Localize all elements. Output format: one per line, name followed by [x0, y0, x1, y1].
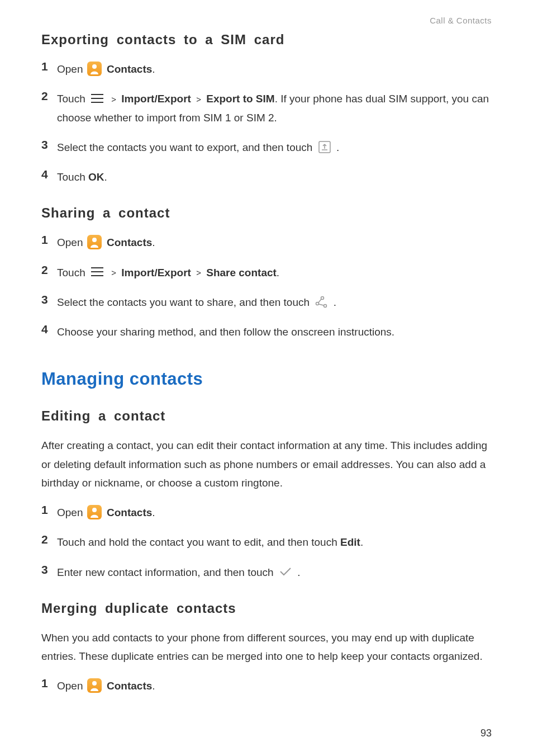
heading-export-sim: Exporting contacts to a SIM card: [41, 32, 492, 48]
step-number: 4: [41, 323, 57, 336]
section1-step4: 4 Touch OK.: [41, 168, 492, 186]
section3-step2: 2 Touch and hold the contact you want to…: [41, 533, 492, 551]
text: .: [360, 536, 363, 548]
section2-step3: 3 Select the contacts you want to share,…: [41, 293, 492, 311]
text: Choose your sharing method, and then fol…: [57, 326, 394, 338]
step-body: Open Contacts.: [57, 233, 492, 252]
step-body: Select the contacts you want to export, …: [57, 138, 492, 157]
step-number: 2: [41, 533, 57, 546]
header-breadcrumb: Call & Contacts: [41, 16, 492, 25]
text: .: [277, 267, 279, 278]
separator: >: [111, 94, 116, 104]
text: Touch: [57, 93, 88, 105]
text-bold: Import/Export: [121, 93, 191, 105]
step-number: 4: [41, 168, 57, 181]
step-number: 1: [41, 677, 57, 690]
text: Touch: [57, 267, 88, 278]
section3-step3: 3 Enter new contact information, and the…: [41, 563, 492, 582]
svg-point-16: [92, 681, 97, 686]
section1-step1: 1 Open Contacts.: [41, 60, 492, 78]
svg-point-11: [316, 302, 319, 305]
step-number: 2: [41, 89, 57, 103]
text: Enter new contact information, and then …: [57, 566, 277, 578]
svg-point-6: [92, 238, 97, 242]
heading-merging-duplicates: Merging duplicate contacts: [41, 601, 492, 616]
text-bold: Contacts: [107, 63, 152, 75]
step-number: 1: [41, 503, 57, 517]
step-number: 1: [41, 60, 57, 73]
text: Select the contacts you want to export, …: [57, 141, 316, 153]
share-icon: [315, 295, 328, 309]
export-icon: [318, 140, 331, 154]
chapter-heading-managing-contacts: Managing contacts: [41, 369, 492, 389]
svg-point-12: [324, 304, 327, 307]
step-body: Touch OK.: [57, 168, 492, 186]
text: .: [152, 680, 155, 692]
section4-intro: When you add contacts to your phone from…: [41, 629, 492, 666]
section2-step4: 4 Choose your sharing method, and then f…: [41, 323, 492, 341]
step-number: 2: [41, 263, 57, 277]
section2-step1: 1 Open Contacts.: [41, 233, 492, 252]
section3-step1: 1 Open Contacts.: [41, 503, 492, 522]
step-number: 3: [41, 563, 57, 577]
text: Touch: [57, 171, 88, 183]
contacts-app-icon: [87, 62, 102, 76]
text-bold: OK: [88, 171, 104, 183]
separator: >: [196, 94, 201, 104]
step-body: Touch > Import/Export > Share contact.: [57, 263, 492, 282]
step-body: Touch and hold the contact you want to e…: [57, 533, 492, 551]
text-bold: Contacts: [107, 507, 152, 518]
contacts-app-icon: [87, 678, 102, 693]
text: .: [152, 507, 155, 518]
section2-step2: 2 Touch > Import/Export > Share contact.: [41, 263, 492, 282]
text: .: [297, 566, 300, 578]
contacts-app-icon: [87, 235, 102, 249]
svg-point-15: [92, 508, 97, 512]
text-bold: Contacts: [107, 237, 152, 248]
page-number: 93: [480, 727, 492, 739]
checkmark-icon: [279, 566, 292, 577]
heading-sharing-contact: Sharing a contact: [41, 205, 492, 221]
step-number: 1: [41, 233, 57, 247]
svg-line-14: [319, 304, 323, 305]
step-body: Open Contacts.: [57, 60, 492, 78]
text: Open: [57, 63, 86, 75]
section1-step3: 3 Select the contacts you want to export…: [41, 138, 492, 157]
text: .: [104, 171, 107, 183]
separator: >: [196, 268, 201, 277]
text-bold: Contacts: [107, 680, 152, 692]
step-body: Select the contacts you want to share, a…: [57, 293, 492, 311]
text: .: [152, 63, 155, 75]
text: Open: [57, 680, 86, 692]
step-number: 3: [41, 138, 57, 152]
text-bold: Import/Export: [121, 267, 191, 278]
text: Open: [57, 237, 86, 248]
svg-line-13: [318, 299, 321, 303]
step-body: Choose your sharing method, and then fol…: [57, 323, 492, 341]
text: Open: [57, 507, 86, 518]
text: .: [336, 141, 339, 153]
svg-point-0: [92, 64, 97, 69]
svg-point-10: [321, 296, 324, 299]
separator: >: [111, 268, 116, 277]
text-bold: Share contact: [206, 267, 277, 278]
step-number: 3: [41, 293, 57, 306]
menu-icon: [91, 266, 104, 277]
step-body: Open Contacts.: [57, 503, 492, 522]
step-body: Enter new contact information, and then …: [57, 563, 492, 582]
text-bold: Edit: [340, 536, 360, 548]
menu-icon: [91, 93, 104, 104]
section4-step1: 1 Open Contacts.: [41, 677, 492, 695]
step-body: Open Contacts.: [57, 677, 492, 695]
heading-editing-contact: Editing a contact: [41, 408, 492, 424]
section3-intro: After creating a contact, you can edit t…: [41, 436, 492, 492]
text: Select the contacts you want to share, a…: [57, 296, 312, 308]
text: Touch and hold the contact you want to e…: [57, 536, 340, 548]
section1-step2: 2 Touch > Import/Export > Export to SIM.…: [41, 89, 492, 127]
text: .: [334, 296, 336, 308]
step-body: Touch > Import/Export > Export to SIM. I…: [57, 89, 492, 127]
text: .: [152, 237, 155, 248]
text-bold: Export to SIM: [206, 93, 274, 105]
contacts-app-icon: [87, 505, 102, 519]
